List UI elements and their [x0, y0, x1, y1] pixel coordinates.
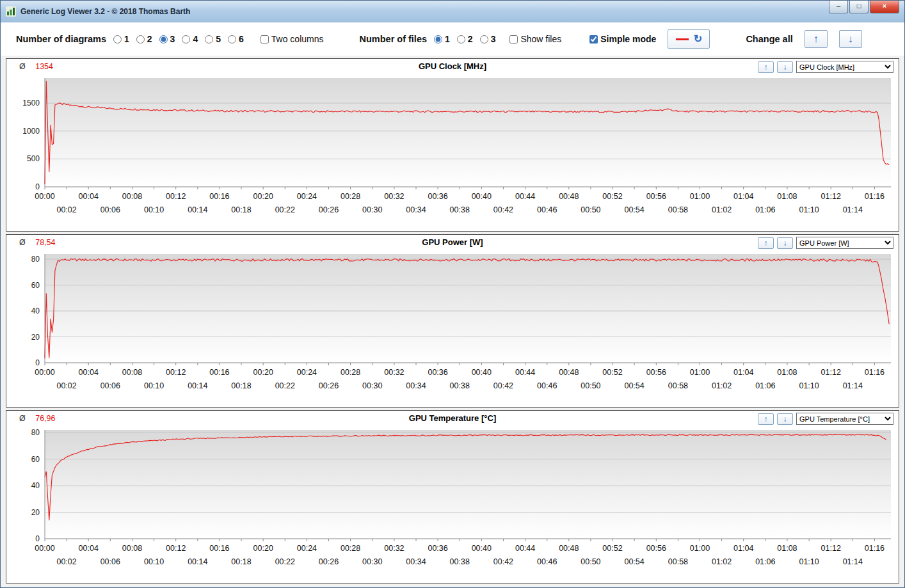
- x-tick-label: 00:16: [209, 368, 229, 377]
- x-tick-label: 00:20: [253, 544, 273, 553]
- x-tick-label: 00:32: [384, 192, 404, 201]
- x-tick-label: 00:30: [362, 205, 382, 214]
- x-tick-label: 00:12: [166, 192, 186, 201]
- x-tick-label: 00:50: [581, 381, 600, 390]
- x-tick-label: 00:28: [340, 368, 360, 377]
- gpu-clock-plot: 05001000150000:0000:0200:0400:0600:0800:…: [6, 74, 900, 231]
- x-tick-label: 00:08: [122, 544, 142, 553]
- x-tick-label: 00:26: [319, 381, 339, 390]
- x-tick-label: 00:00: [35, 368, 54, 377]
- x-tick-label: 00:44: [515, 192, 535, 201]
- x-tick-label: 00:02: [56, 205, 76, 214]
- x-tick-label: 00:06: [100, 381, 120, 390]
- simple-mode-checkbox[interactable]: [589, 35, 598, 44]
- diagram-option-3[interactable]: 3: [159, 34, 175, 44]
- diagram-radio-3[interactable]: [159, 35, 168, 44]
- x-tick-label: 00:36: [428, 192, 447, 201]
- metric-down-button[interactable]: ↓: [777, 61, 793, 73]
- x-tick-label: 00:58: [668, 381, 688, 390]
- simple-mode-option[interactable]: Simple mode: [589, 34, 656, 44]
- diagram-option-4[interactable]: 4: [182, 34, 198, 44]
- x-tick-label: 00:52: [602, 368, 622, 377]
- x-tick-label: 00:08: [122, 368, 142, 377]
- change-all-up-button[interactable]: ↑: [805, 30, 828, 48]
- title-bar: Generic Log Viewer 3.2 - © 2018 Thomas B…: [1, 1, 904, 22]
- diagram-radio-6[interactable]: [228, 35, 236, 44]
- up-arrow-icon: ↑: [813, 33, 819, 44]
- app-icon: [6, 6, 16, 17]
- diagram-radio-5[interactable]: [205, 35, 213, 44]
- change-all-down-button[interactable]: ↓: [839, 30, 862, 48]
- x-tick-label: 00:12: [166, 368, 186, 377]
- x-tick-label: 00:02: [56, 557, 76, 566]
- diagram-option-2[interactable]: 2: [136, 34, 152, 44]
- x-tick-label: 00:20: [253, 192, 273, 201]
- line-color-refresh-button[interactable]: ↻: [668, 29, 710, 49]
- metric-dropdown[interactable]: GPU Clock [MHz]: [796, 61, 893, 73]
- x-tick-label: 00:30: [362, 381, 382, 390]
- x-tick-label: 00:50: [581, 205, 600, 214]
- minimize-button[interactable]: –: [829, 1, 848, 13]
- diagram-radio-4[interactable]: [182, 35, 190, 44]
- panel-controls: ↑ ↓ GPU Temperature [°C]: [758, 413, 893, 425]
- close-button[interactable]: ×: [870, 1, 899, 13]
- file-radio-2[interactable]: [457, 35, 465, 44]
- average-readout: Ø 76,96: [19, 414, 56, 423]
- y-tick-label: 40: [31, 481, 40, 490]
- metric-down-button[interactable]: ↓: [777, 237, 793, 249]
- files-label: Number of files: [359, 34, 427, 44]
- x-tick-label: 00:34: [406, 557, 426, 566]
- y-tick-label: 20: [31, 333, 40, 342]
- y-tick-label: 0: [35, 534, 40, 543]
- x-tick-label: 00:58: [668, 205, 688, 214]
- x-tick-label: 00:40: [472, 368, 492, 377]
- x-tick-label: 00:22: [275, 205, 295, 214]
- window-title: Generic Log Viewer 3.2 - © 2018 Thomas B…: [20, 7, 190, 16]
- metric-up-button[interactable]: ↑: [758, 413, 774, 425]
- average-symbol: Ø: [19, 238, 26, 247]
- file-option-3[interactable]: 3: [480, 34, 496, 44]
- x-tick-label: 01:10: [799, 381, 819, 390]
- panel-gpu-temperature: Ø 76,96 GPU Temperature [°C] ↑ ↓ GPU Tem…: [6, 410, 899, 584]
- app-window: Generic Log Viewer 3.2 - © 2018 Thomas B…: [0, 0, 905, 588]
- maximize-button[interactable]: □: [849, 1, 869, 13]
- metric-dropdown[interactable]: GPU Temperature [°C]: [796, 413, 893, 425]
- diagram-radio-1[interactable]: [113, 35, 122, 44]
- x-tick-label: 00:16: [209, 192, 229, 201]
- x-tick-label: 00:38: [450, 557, 470, 566]
- refresh-icon: ↻: [694, 34, 702, 44]
- average-value: 78,54: [35, 238, 55, 247]
- file-radio-3[interactable]: [480, 35, 488, 44]
- y-tick-label: 500: [27, 154, 40, 163]
- plot-background: [45, 78, 891, 187]
- plot-background: [45, 254, 891, 363]
- metric-up-button[interactable]: ↑: [758, 61, 774, 73]
- show-files-option[interactable]: Show files: [509, 34, 561, 44]
- x-tick-label: 00:34: [406, 205, 426, 214]
- x-tick-label: 00:48: [559, 192, 579, 201]
- metric-down-button[interactable]: ↓: [777, 413, 793, 425]
- x-tick-label: 01:16: [865, 192, 885, 201]
- panel-header: Ø 78,54 GPU Power [W] ↑ ↓ GPU Power [W]: [6, 235, 899, 250]
- diagram-option-1[interactable]: 1: [113, 34, 129, 44]
- two-columns-checkbox[interactable]: [260, 35, 269, 44]
- y-tick-label: 60: [31, 455, 40, 464]
- average-symbol: Ø: [19, 414, 26, 423]
- two-columns-option[interactable]: Two columns: [260, 34, 324, 44]
- diagram-option-5[interactable]: 5: [205, 34, 221, 44]
- diagrams-label: Number of diagrams: [16, 34, 106, 44]
- x-tick-label: 01:00: [690, 192, 710, 201]
- x-tick-label: 00:54: [624, 557, 644, 566]
- diagram-option-6[interactable]: 6: [228, 34, 244, 44]
- metric-up-button[interactable]: ↑: [758, 237, 774, 249]
- average-readout: Ø 78,54: [19, 238, 56, 247]
- x-tick-label: 00:56: [646, 192, 666, 201]
- show-files-checkbox[interactable]: [509, 35, 518, 44]
- metric-dropdown[interactable]: GPU Power [W]: [796, 237, 893, 249]
- file-option-1[interactable]: 1: [434, 34, 450, 44]
- x-tick-label: 00:38: [450, 205, 470, 214]
- diagram-radio-2[interactable]: [136, 35, 145, 44]
- file-radio-1[interactable]: [434, 35, 442, 44]
- file-option-2[interactable]: 2: [457, 34, 473, 44]
- panel-controls: ↑ ↓ GPU Power [W]: [758, 237, 893, 249]
